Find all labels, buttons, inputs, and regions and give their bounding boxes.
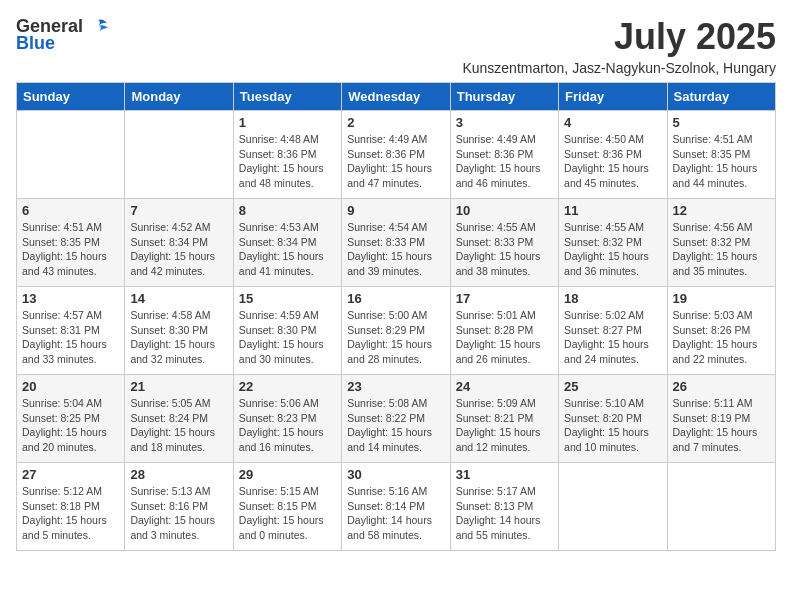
header-saturday: Saturday <box>667 83 775 111</box>
day-number: 4 <box>564 115 661 130</box>
calendar-week-5: 27Sunrise: 5:12 AMSunset: 8:18 PMDayligh… <box>17 463 776 551</box>
day-number: 11 <box>564 203 661 218</box>
day-number: 19 <box>673 291 770 306</box>
day-number: 17 <box>456 291 553 306</box>
day-number: 7 <box>130 203 227 218</box>
day-number: 5 <box>673 115 770 130</box>
day-detail: Sunrise: 4:55 AMSunset: 8:32 PMDaylight:… <box>564 220 661 279</box>
calendar-cell: 28Sunrise: 5:13 AMSunset: 8:16 PMDayligh… <box>125 463 233 551</box>
day-number: 31 <box>456 467 553 482</box>
month-title: July 2025 <box>462 16 776 58</box>
calendar-cell: 31Sunrise: 5:17 AMSunset: 8:13 PMDayligh… <box>450 463 558 551</box>
calendar-cell: 22Sunrise: 5:06 AMSunset: 8:23 PMDayligh… <box>233 375 341 463</box>
day-detail: Sunrise: 5:04 AMSunset: 8:25 PMDaylight:… <box>22 396 119 455</box>
day-detail: Sunrise: 4:51 AMSunset: 8:35 PMDaylight:… <box>22 220 119 279</box>
calendar-week-3: 13Sunrise: 4:57 AMSunset: 8:31 PMDayligh… <box>17 287 776 375</box>
calendar-cell <box>17 111 125 199</box>
calendar-cell: 29Sunrise: 5:15 AMSunset: 8:15 PMDayligh… <box>233 463 341 551</box>
day-detail: Sunrise: 5:12 AMSunset: 8:18 PMDaylight:… <box>22 484 119 543</box>
calendar-week-4: 20Sunrise: 5:04 AMSunset: 8:25 PMDayligh… <box>17 375 776 463</box>
day-detail: Sunrise: 4:49 AMSunset: 8:36 PMDaylight:… <box>347 132 444 191</box>
calendar-cell <box>125 111 233 199</box>
day-number: 25 <box>564 379 661 394</box>
day-number: 13 <box>22 291 119 306</box>
calendar-cell: 19Sunrise: 5:03 AMSunset: 8:26 PMDayligh… <box>667 287 775 375</box>
day-detail: Sunrise: 5:08 AMSunset: 8:22 PMDaylight:… <box>347 396 444 455</box>
day-detail: Sunrise: 5:16 AMSunset: 8:14 PMDaylight:… <box>347 484 444 543</box>
calendar-cell: 9Sunrise: 4:54 AMSunset: 8:33 PMDaylight… <box>342 199 450 287</box>
location-title: Kunszentmarton, Jasz-Nagykun-Szolnok, Hu… <box>462 60 776 76</box>
calendar-cell: 4Sunrise: 4:50 AMSunset: 8:36 PMDaylight… <box>559 111 667 199</box>
calendar-cell: 21Sunrise: 5:05 AMSunset: 8:24 PMDayligh… <box>125 375 233 463</box>
logo-bird-icon <box>87 18 109 36</box>
calendar-cell: 27Sunrise: 5:12 AMSunset: 8:18 PMDayligh… <box>17 463 125 551</box>
day-detail: Sunrise: 5:10 AMSunset: 8:20 PMDaylight:… <box>564 396 661 455</box>
day-detail: Sunrise: 4:53 AMSunset: 8:34 PMDaylight:… <box>239 220 336 279</box>
calendar-cell: 26Sunrise: 5:11 AMSunset: 8:19 PMDayligh… <box>667 375 775 463</box>
header-tuesday: Tuesday <box>233 83 341 111</box>
calendar-cell: 7Sunrise: 4:52 AMSunset: 8:34 PMDaylight… <box>125 199 233 287</box>
calendar-cell: 24Sunrise: 5:09 AMSunset: 8:21 PMDayligh… <box>450 375 558 463</box>
day-number: 10 <box>456 203 553 218</box>
logo: General Blue <box>16 16 109 54</box>
day-detail: Sunrise: 5:15 AMSunset: 8:15 PMDaylight:… <box>239 484 336 543</box>
day-number: 27 <box>22 467 119 482</box>
day-number: 1 <box>239 115 336 130</box>
header-sunday: Sunday <box>17 83 125 111</box>
header-friday: Friday <box>559 83 667 111</box>
day-detail: Sunrise: 4:55 AMSunset: 8:33 PMDaylight:… <box>456 220 553 279</box>
day-number: 12 <box>673 203 770 218</box>
day-number: 24 <box>456 379 553 394</box>
calendar-cell: 18Sunrise: 5:02 AMSunset: 8:27 PMDayligh… <box>559 287 667 375</box>
day-number: 21 <box>130 379 227 394</box>
day-detail: Sunrise: 4:48 AMSunset: 8:36 PMDaylight:… <box>239 132 336 191</box>
day-detail: Sunrise: 5:09 AMSunset: 8:21 PMDaylight:… <box>456 396 553 455</box>
calendar-cell: 17Sunrise: 5:01 AMSunset: 8:28 PMDayligh… <box>450 287 558 375</box>
day-detail: Sunrise: 4:56 AMSunset: 8:32 PMDaylight:… <box>673 220 770 279</box>
header-monday: Monday <box>125 83 233 111</box>
calendar-week-1: 1Sunrise: 4:48 AMSunset: 8:36 PMDaylight… <box>17 111 776 199</box>
calendar-cell: 3Sunrise: 4:49 AMSunset: 8:36 PMDaylight… <box>450 111 558 199</box>
day-number: 28 <box>130 467 227 482</box>
calendar-cell: 15Sunrise: 4:59 AMSunset: 8:30 PMDayligh… <box>233 287 341 375</box>
day-number: 18 <box>564 291 661 306</box>
calendar-week-2: 6Sunrise: 4:51 AMSunset: 8:35 PMDaylight… <box>17 199 776 287</box>
calendar-cell: 23Sunrise: 5:08 AMSunset: 8:22 PMDayligh… <box>342 375 450 463</box>
calendar-cell: 2Sunrise: 4:49 AMSunset: 8:36 PMDaylight… <box>342 111 450 199</box>
day-detail: Sunrise: 4:59 AMSunset: 8:30 PMDaylight:… <box>239 308 336 367</box>
day-detail: Sunrise: 5:02 AMSunset: 8:27 PMDaylight:… <box>564 308 661 367</box>
day-detail: Sunrise: 4:54 AMSunset: 8:33 PMDaylight:… <box>347 220 444 279</box>
day-detail: Sunrise: 5:01 AMSunset: 8:28 PMDaylight:… <box>456 308 553 367</box>
day-number: 14 <box>130 291 227 306</box>
day-number: 30 <box>347 467 444 482</box>
day-detail: Sunrise: 5:03 AMSunset: 8:26 PMDaylight:… <box>673 308 770 367</box>
day-detail: Sunrise: 5:17 AMSunset: 8:13 PMDaylight:… <box>456 484 553 543</box>
day-number: 3 <box>456 115 553 130</box>
calendar-cell: 8Sunrise: 4:53 AMSunset: 8:34 PMDaylight… <box>233 199 341 287</box>
calendar-cell: 16Sunrise: 5:00 AMSunset: 8:29 PMDayligh… <box>342 287 450 375</box>
day-detail: Sunrise: 4:51 AMSunset: 8:35 PMDaylight:… <box>673 132 770 191</box>
day-detail: Sunrise: 5:11 AMSunset: 8:19 PMDaylight:… <box>673 396 770 455</box>
calendar-cell: 1Sunrise: 4:48 AMSunset: 8:36 PMDaylight… <box>233 111 341 199</box>
calendar-cell: 5Sunrise: 4:51 AMSunset: 8:35 PMDaylight… <box>667 111 775 199</box>
calendar-header-row: SundayMondayTuesdayWednesdayThursdayFrid… <box>17 83 776 111</box>
header-wednesday: Wednesday <box>342 83 450 111</box>
day-number: 6 <box>22 203 119 218</box>
day-number: 20 <box>22 379 119 394</box>
day-number: 22 <box>239 379 336 394</box>
calendar-cell: 12Sunrise: 4:56 AMSunset: 8:32 PMDayligh… <box>667 199 775 287</box>
day-number: 26 <box>673 379 770 394</box>
calendar-table: SundayMondayTuesdayWednesdayThursdayFrid… <box>16 82 776 551</box>
calendar-cell: 6Sunrise: 4:51 AMSunset: 8:35 PMDaylight… <box>17 199 125 287</box>
title-block: July 2025 Kunszentmarton, Jasz-Nagykun-S… <box>462 16 776 76</box>
calendar-cell: 14Sunrise: 4:58 AMSunset: 8:30 PMDayligh… <box>125 287 233 375</box>
calendar-cell: 11Sunrise: 4:55 AMSunset: 8:32 PMDayligh… <box>559 199 667 287</box>
calendar-cell: 10Sunrise: 4:55 AMSunset: 8:33 PMDayligh… <box>450 199 558 287</box>
calendar-cell <box>559 463 667 551</box>
day-detail: Sunrise: 5:05 AMSunset: 8:24 PMDaylight:… <box>130 396 227 455</box>
day-number: 29 <box>239 467 336 482</box>
day-number: 16 <box>347 291 444 306</box>
day-detail: Sunrise: 5:00 AMSunset: 8:29 PMDaylight:… <box>347 308 444 367</box>
day-number: 9 <box>347 203 444 218</box>
calendar-cell: 25Sunrise: 5:10 AMSunset: 8:20 PMDayligh… <box>559 375 667 463</box>
